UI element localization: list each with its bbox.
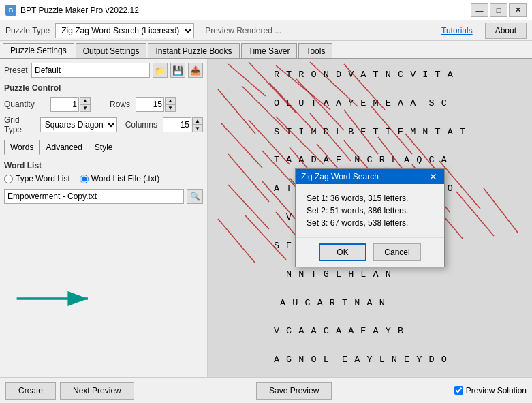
preview-solution-label: Preview Solution [466,386,527,395]
grid-type-label: Grid Type [4,115,35,134]
rows-input[interactable] [136,97,164,112]
restore-button[interactable]: □ [490,3,507,17]
main-area: Preset 📁 💾 📤 Puzzle Control Quantity ▲ ▼… [0,59,532,377]
modal-footer: OK Cancel [296,237,444,267]
window-controls: — □ ✕ [471,3,527,17]
radio-type-word-list[interactable]: Type Word List [4,174,70,183]
left-panel: Preset 📁 💾 📤 Puzzle Control Quantity ▲ ▼… [0,59,208,377]
radio-row: Type Word List Word List File (.txt) [4,174,203,183]
create-button[interactable]: Create [5,382,56,400]
tab-output-settings[interactable]: Output Settings [76,43,147,58]
word-list-label: Word List [4,161,203,170]
preset-export-button[interactable]: 📤 [188,63,203,78]
tab-puzzle-settings[interactable]: Puzzle Settings [3,43,74,58]
inner-tab-words[interactable]: Words [4,140,40,155]
modal-ok-button[interactable]: OK [319,243,366,261]
preset-folder-button[interactable]: 📁 [153,63,168,78]
quantity-row: Quantity ▲ ▼ Rows ▲ ▼ [4,97,203,112]
modal-body: Set 1: 36 words, 315 letters. Set 2: 51 … [296,184,444,237]
tab-tools[interactable]: Tools [298,43,332,58]
save-preview-button[interactable]: Save Preview [256,382,332,400]
close-button[interactable]: ✕ [509,3,527,17]
puzzle-control-label: Puzzle Control [4,83,203,93]
puzzle-type-label: Puzzle Type [5,26,50,35]
tutorials-button[interactable]: Tutorials [432,23,482,39]
quantity-label: Quantity [4,100,45,109]
main-tabs-bar: Puzzle Settings Output Settings Instant … [0,41,532,59]
preset-label: Preset [4,65,29,75]
modal-title: Zig Zag Word Search [301,172,379,181]
preset-row: Preset 📁 💾 📤 [4,63,203,78]
tab-instant-puzzle-books[interactable]: Instant Puzzle Books [148,43,239,58]
modal-line-2: Set 2: 51 words, 386 letters. [307,206,433,215]
search-button[interactable]: 🔍 [187,189,203,204]
columns-input[interactable] [163,117,191,132]
puzzle-type-area: Puzzle Type Zig Zag Word Search (License… [5,23,281,38]
arrow-area [14,288,95,309]
modal-close-button[interactable]: ✕ [428,172,439,181]
rows-down[interactable]: ▼ [165,104,176,112]
preset-save-button[interactable]: 💾 [170,63,185,78]
radio-word-list-file[interactable]: Word List File (.txt) [80,174,159,183]
app-icon: B [5,5,16,16]
inner-tab-style[interactable]: Style [89,140,119,155]
modal-cancel-button[interactable]: Cancel [373,243,421,261]
preview-solution-row: Preview Solution [454,386,527,395]
inner-tab-advanced[interactable]: Advanced [40,140,88,155]
menu-bar: Puzzle Type Zig Zag Word Search (License… [0,20,532,41]
modal-dialog: Zig Zag Word Search ✕ Set 1: 36 words, 3… [295,168,445,267]
about-button[interactable]: About [485,23,527,39]
app-title: BPT Puzzle Maker Pro v2022.12 [20,5,471,15]
columns-up[interactable]: ▲ [192,117,203,125]
file-path-input[interactable] [4,189,184,204]
modal-title-bar: Zig Zag Word Search ✕ [296,169,444,184]
puzzle-control-section: Puzzle Control Quantity ▲ ▼ Rows ▲ ▼ [4,83,203,134]
columns-spinner-buttons: ▲ ▼ [192,117,203,132]
preview-status: Preview Rendered ... [205,26,281,35]
teal-arrow-icon [14,288,95,309]
title-bar: B BPT Puzzle Maker Pro v2022.12 — □ ✕ [0,0,532,20]
quantity-spinner: ▲ ▼ [50,97,91,112]
quantity-down[interactable]: ▼ [80,104,91,112]
minimize-button[interactable]: — [471,3,488,17]
columns-down[interactable]: ▼ [192,125,203,132]
tab-time-saver[interactable]: Time Saver [241,43,298,58]
grid-type-row: Grid Type Squares Diagon Columns ▲ ▼ [4,115,203,134]
file-search-row: 🔍 [4,189,203,204]
columns-spinner: ▲ ▼ [163,117,203,132]
modal-line-1: Set 1: 36 words, 315 letters. [307,194,433,203]
puzzle-type-select[interactable]: Zig Zag Word Search (Licensed) [55,23,194,38]
word-list-section: Word List Type Word List Word List File … [4,161,203,204]
rows-label: Rows [110,100,130,109]
preview-solution-checkbox[interactable] [454,386,463,395]
next-preview-button[interactable]: Next Preview [60,382,134,400]
modal-overlay: Zig Zag Word Search ✕ Set 1: 36 words, 3… [208,59,532,377]
quantity-spinner-buttons: ▲ ▼ [80,97,91,112]
rows-up[interactable]: ▲ [165,97,176,104]
bottom-bar: Create Next Preview Save Preview Preview… [0,377,532,403]
quantity-up[interactable]: ▲ [80,97,91,104]
grid-type-select[interactable]: Squares Diagon [40,117,117,132]
modal-line-3: Set 3: 67 words, 538 letters. [307,218,433,228]
rows-spinner: ▲ ▼ [136,97,176,112]
quantity-input[interactable] [50,97,79,112]
menu-right-buttons: Tutorials About [432,23,527,39]
inner-tabs-bar: Words Advanced Style [4,140,203,155]
columns-label: Columns [125,120,157,130]
right-panel: R T S I N I L H C A L N A Y L A A D Y A … [208,59,532,377]
preset-input[interactable] [31,63,150,78]
rows-spinner-buttons: ▲ ▼ [165,97,176,112]
